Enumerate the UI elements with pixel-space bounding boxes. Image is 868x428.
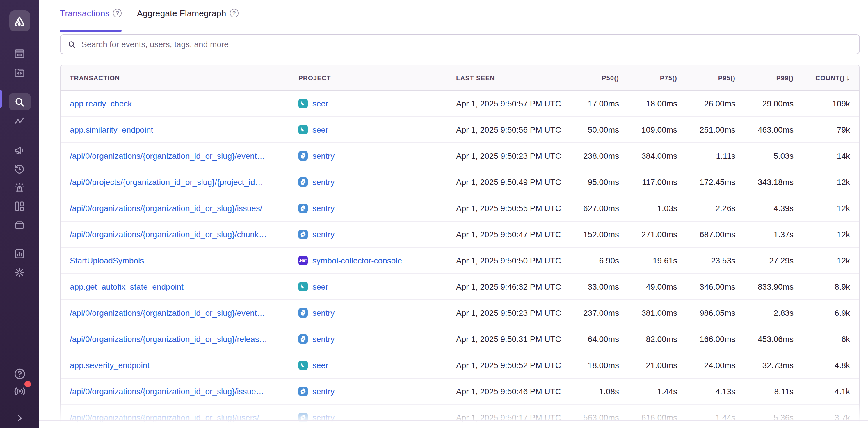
table-row[interactable]: /api/0/organizations/{organization_id_or… <box>61 405 859 428</box>
settings-gear-icon <box>13 266 26 278</box>
project-link[interactable]: seer <box>312 125 328 134</box>
sidebar-item-stats[interactable] <box>8 245 31 262</box>
sidebar-help-button[interactable] <box>11 365 28 383</box>
python-project-icon <box>299 334 308 344</box>
table-row[interactable]: /api/0/organizations/{organization_id_or… <box>61 326 859 353</box>
column-header-count[interactable]: COUNT()↓ <box>803 73 859 82</box>
table-row[interactable]: app.get_autofix_state_endpoint seer Apr … <box>61 274 859 300</box>
sentry-logo[interactable] <box>9 10 30 31</box>
transaction-link[interactable]: app.get_autofix_state_endpoint <box>70 282 184 291</box>
stats-chart-icon <box>13 248 26 260</box>
transaction-link[interactable]: /api/0/organizations/{organization_id_or… <box>70 308 265 318</box>
last-seen-value: Apr 1, 2025 9:50:23 PM UTC <box>447 308 570 318</box>
dashboards-icon <box>13 200 26 212</box>
count-value: 6.9k <box>803 308 859 318</box>
tab-aggregate-flamegraph[interactable]: Aggregate Flamegraph ? <box>137 8 239 32</box>
tab-aggregate-flamegraph-help-icon[interactable]: ? <box>230 9 239 18</box>
sidebar-item-issues[interactable] <box>8 45 31 62</box>
project-link[interactable]: symbol-collector-console <box>312 256 402 265</box>
sidebar-expand-button[interactable] <box>11 409 28 427</box>
seer-project-icon <box>299 99 308 108</box>
column-header-p75[interactable]: P75() <box>628 74 686 81</box>
sidebar-item-traces[interactable] <box>8 113 31 129</box>
sentry-logo-icon <box>13 14 26 28</box>
transaction-link[interactable]: /api/0/organizations/{organization_id_or… <box>70 230 267 239</box>
project-link[interactable]: seer <box>312 282 328 291</box>
project-link[interactable]: seer <box>312 361 328 370</box>
project-link[interactable]: sentry <box>312 387 335 396</box>
column-header-last-seen[interactable]: LAST SEEN <box>447 74 570 81</box>
transaction-link[interactable]: /api/0/projects/{organization_id_or_slug… <box>70 177 263 187</box>
project-link[interactable]: sentry <box>312 334 335 344</box>
project-link[interactable]: sentry <box>312 151 335 161</box>
transaction-link[interactable]: app.similarity_endpoint <box>70 125 153 134</box>
table-row[interactable]: /api/0/organizations/{organization_id_or… <box>61 222 859 248</box>
p75-value: 384.00ms <box>628 151 686 161</box>
p75-value: 271.00ms <box>628 230 686 239</box>
transaction-link[interactable]: /api/0/organizations/{organization_id_or… <box>70 334 267 344</box>
sidebar-item-explore[interactable] <box>8 64 31 80</box>
tab-transactions-help-icon[interactable]: ? <box>113 9 122 18</box>
column-header-transaction[interactable]: TRANSACTION <box>61 74 289 81</box>
transaction-link[interactable]: StartUploadSymbols <box>70 256 144 265</box>
column-header-p95[interactable]: P95() <box>686 74 745 81</box>
table-row[interactable]: app.similarity_endpoint seer Apr 1, 2025… <box>61 117 859 143</box>
table-row[interactable]: StartUploadSymbols .NET symbol-collector… <box>61 248 859 274</box>
tab-aggregate-flamegraph-label: Aggregate Flamegraph <box>137 8 226 18</box>
table-row[interactable]: app.severity_endpoint seer Apr 1, 2025 9… <box>61 353 859 378</box>
transaction-link[interactable]: app.ready_check <box>70 99 132 108</box>
sidebar-item-alerts[interactable] <box>8 179 31 195</box>
p99-value: 27.29s <box>745 256 803 265</box>
tab-transactions-label: Transactions <box>60 8 110 18</box>
insights-box-icon <box>13 218 26 231</box>
sidebar-item-replays[interactable] <box>8 161 31 177</box>
project-link[interactable]: sentry <box>312 230 335 239</box>
table-row[interactable]: app.ready_check seer Apr 1, 2025 9:50:57… <box>61 91 859 117</box>
last-seen-value: Apr 1, 2025 9:50:57 PM UTC <box>447 99 570 108</box>
sidebar-item-search[interactable] <box>8 93 31 110</box>
sidebar-item-feedback[interactable] <box>8 142 31 158</box>
p50-value: 6.90s <box>570 256 628 265</box>
search-bar[interactable] <box>60 34 860 54</box>
project-link[interactable]: sentry <box>312 308 335 318</box>
project-link[interactable]: sentry <box>312 177 335 187</box>
transaction-link[interactable]: /api/0/organizations/{organization_id_or… <box>70 151 265 161</box>
p99-value: 1.37s <box>745 230 803 239</box>
table-row[interactable]: /api/0/organizations/{organization_id_or… <box>61 143 859 169</box>
p50-value: 152.00ms <box>570 230 628 239</box>
p95-value: 986.05ms <box>686 308 745 318</box>
count-header-label: COUNT() <box>815 74 845 81</box>
python-project-icon <box>299 151 308 161</box>
project-link[interactable]: sentry <box>312 203 335 213</box>
dotnet-label: .NET <box>299 259 307 262</box>
p95-value: 172.45ms <box>686 177 745 187</box>
transaction-link[interactable]: app.severity_endpoint <box>70 361 150 370</box>
tab-transactions[interactable]: Transactions ? <box>60 8 122 32</box>
last-seen-value: Apr 1, 2025 9:50:55 PM UTC <box>447 203 570 213</box>
table-row[interactable]: /api/0/organizations/{organization_id_or… <box>61 300 859 326</box>
search-icon <box>67 40 76 48</box>
column-header-p99[interactable]: P99() <box>745 74 803 81</box>
sidebar-item-settings[interactable] <box>8 264 31 280</box>
table-row[interactable]: /api/0/organizations/{organization_id_or… <box>61 195 859 222</box>
p75-value: 117.00ms <box>628 177 686 187</box>
table-row[interactable]: /api/0/organizations/{organization_id_or… <box>61 378 859 405</box>
sidebar-whats-new-button[interactable] <box>11 383 28 400</box>
megaphone-icon <box>13 144 26 156</box>
transaction-link[interactable]: /api/0/organizations/{organization_id_or… <box>70 203 262 213</box>
p99-value: 463.00ms <box>745 125 803 134</box>
search-input[interactable] <box>82 39 852 49</box>
count-value: 14k <box>803 151 859 161</box>
count-value: 12k <box>803 177 859 187</box>
count-value: 12k <box>803 203 859 213</box>
sidebar-item-dashboards[interactable] <box>8 198 31 214</box>
help-icon <box>12 367 27 381</box>
table-row[interactable]: /api/0/projects/{organization_id_or_slug… <box>61 169 859 195</box>
project-link[interactable]: seer <box>312 99 328 108</box>
column-header-project[interactable]: PROJECT <box>289 74 447 81</box>
column-header-p50[interactable]: P50() <box>570 74 628 81</box>
python-project-icon <box>299 308 308 318</box>
transaction-link[interactable]: /api/0/organizations/{organization_id_or… <box>70 387 264 396</box>
sidebar-item-insights[interactable] <box>8 216 31 233</box>
last-seen-value: Apr 1, 2025 9:50:31 PM UTC <box>447 334 570 344</box>
